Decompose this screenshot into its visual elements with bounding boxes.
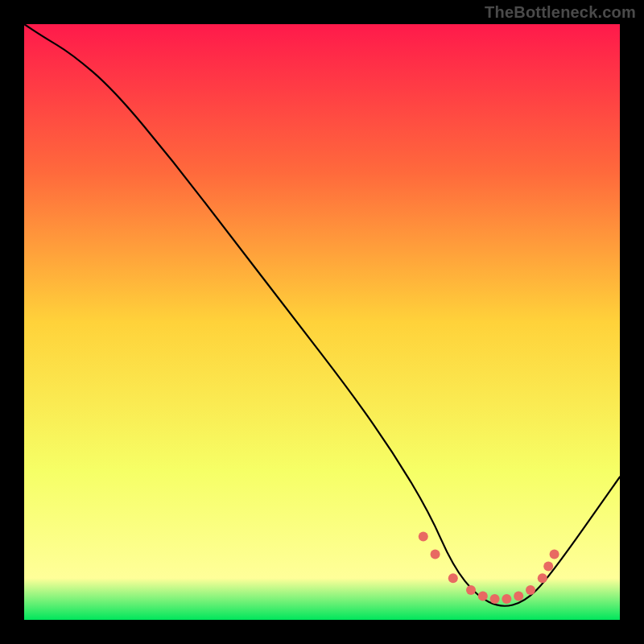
highlight-dot: [466, 585, 476, 595]
highlight-dot: [514, 591, 523, 601]
highlight-dot: [543, 561, 553, 571]
highlight-dot: [478, 591, 488, 601]
plot-background: [24, 24, 620, 620]
chart-frame: TheBottleneck.com: [0, 0, 644, 644]
highlight-dot: [550, 550, 559, 559]
highlight-dot: [490, 594, 500, 604]
highlight-dot: [431, 550, 440, 559]
highlight-dot: [526, 585, 535, 595]
highlight-dot: [538, 573, 547, 583]
highlight-dot: [419, 531, 428, 541]
chart-svg: [0, 0, 644, 644]
watermark-text: TheBottleneck.com: [485, 3, 636, 22]
highlight-dot: [502, 594, 511, 604]
highlight-dot: [448, 573, 458, 583]
